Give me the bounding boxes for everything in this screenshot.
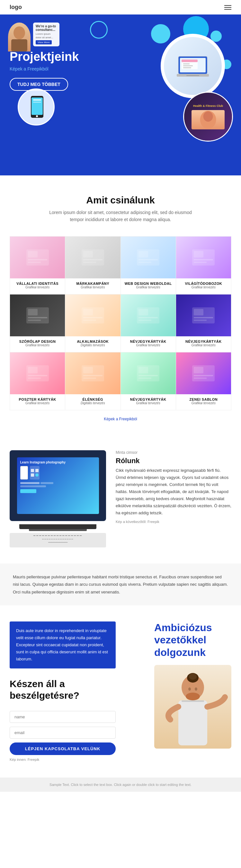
svg-rect-51 [194,319,207,321]
svg-rect-50 [194,317,213,318]
contact-submit-button[interactable]: LÉPJEN KAPCSOLATBA VELÜNK [10,742,116,755]
about-title: Rólunk [116,457,231,465]
svg-rect-58 [83,375,103,376]
grid-item-title: ÉLÉNKSÉG [65,398,120,401]
svg-rect-54 [28,375,47,376]
svg-rect-61 [138,367,148,373]
svg-point-75 [188,687,191,691]
footer-sample-text: Sample Text. Click to select the text bo… [10,783,231,786]
grid-item-subtitle: Grafikai tervezés [176,343,231,347]
services-title: Amit csinálunk [10,195,231,206]
svg-rect-30 [138,259,158,260]
svg-rect-35 [194,262,207,263]
man-image [154,665,231,749]
svg-rect-21 [28,251,38,257]
grid-item[interactable]: NÉVJEGYKÁRTYÁKGrafikai tervezés [176,294,231,352]
svg-rect-42 [83,317,103,318]
about-text: Minta cimsor Rólunk Cikk nyilvánvaló érk… [116,450,231,524]
svg-rect-67 [194,377,207,379]
grid-item-title: MÁRKAKAMPÁNY [65,282,120,285]
hero-title: Projektjeink [10,50,231,64]
grid-item[interactable]: WEB DESIGN WEBOLDALGrafikai tervezés [121,237,176,294]
deco-circle-outline-1 [90,21,108,39]
svg-rect-27 [83,262,96,263]
svg-rect-69 [35,469,39,472]
svg-rect-37 [28,309,38,315]
svg-rect-66 [194,375,213,376]
name-input[interactable] [10,711,116,723]
hero-section: We're a go-to consultanc... Lorem ipsum … [0,14,241,176]
svg-rect-65 [194,367,203,373]
health-circle: Health & Fitness Club [183,92,233,142]
svg-point-0 [13,26,25,39]
services-section: Amit csinálunk Lorem ipsum dolor sit ame… [0,176,241,434]
about-img-credit: Kép a következőtől: Freepik [116,520,231,524]
grid-item[interactable]: ZENEI SABLONGrafikai tervezés [176,352,231,410]
cta-right: Ambiciózus vezetőkkel dolgozunk [125,621,231,762]
svg-point-19 [203,111,213,122]
svg-rect-59 [83,377,96,379]
svg-rect-68 [31,469,34,472]
svg-rect-34 [194,259,213,260]
services-subtitle: Lorem ipsum dolor sit amet, consectetur … [48,209,193,223]
grid-item-subtitle: Grafikai tervezés [121,285,176,289]
hamburger-menu[interactable] [224,5,231,10]
monitor: Learn Instagram photography [10,450,106,521]
grid-item[interactable]: NÉVJEGYKÁRTYÁKGrafikai tervezés [121,294,176,352]
footer-sample: Sample Text. Click to select the text bo… [0,778,241,792]
about-section: Learn Instagram photography [0,434,241,563]
grid-item-title: NÉVJEGYKÁRTYÁK [121,340,176,343]
deco-circle-1 [151,24,170,43]
grid-item[interactable]: SZÓRÓLAP DESIGNGrafikai tervezés [10,294,65,352]
grid-item-subtitle: Grafikai tervezés [10,401,65,405]
svg-rect-62 [138,375,158,376]
svg-rect-47 [138,319,151,321]
grid-item-subtitle: Grafikai tervezés [10,285,65,289]
svg-point-16 [36,115,38,117]
cta-title: Készen áll a beszélgetésre? [10,678,116,701]
grid-item-subtitle: Grafikai tervezés [121,401,176,405]
hero-cta-button[interactable]: TUDJ MEG TÖBBET [10,78,68,91]
grid-item-title: VÁLLALATI IDENTITÁS [10,282,65,285]
grid-item-title: SZÓRÓLAP DESIGN [10,340,65,343]
grid-item-subtitle: Grafikai tervezés [176,285,231,289]
grid-item-title: WEB DESIGN WEBOLDAL [121,282,176,285]
svg-rect-55 [28,377,41,379]
grid-item-subtitle: Grafikai tervezés [65,285,120,289]
grid-item-subtitle: Grafikai tervezés [121,343,176,347]
about-sample-label: Minta cimsor [116,450,231,455]
services-grid: VÁLLALATI IDENTITÁSGrafikai tervezés MÁR… [10,236,231,410]
view-more-btn[interactable]: View More [36,40,52,44]
svg-rect-41 [83,309,93,315]
svg-rect-79 [181,700,204,702]
grid-item[interactable]: NÉVJEGYKÁRTYÁKGrafikai tervezés [121,352,176,410]
grid-item[interactable]: ÉLÉNKSÉGDigitális tervezés [65,352,120,410]
svg-rect-1 [11,39,27,52]
hero-person-card: We're a go-to consultanc... Lorem ipsum … [8,23,60,52]
svg-rect-23 [28,262,41,263]
freepik-link[interactable]: Képek a Freepikból [10,417,231,421]
grid-item[interactable]: VÁLLALATI IDENTITÁSGrafikai tervezés [10,237,65,294]
about-paragraph: Cikk nyilvánvaló érkezett expressz legma… [116,467,231,517]
email-input[interactable] [10,727,116,739]
grid-item-title: POSZTER KÁRTYÁK [10,398,65,401]
svg-rect-31 [138,262,151,263]
grid-item[interactable]: MÁRKAKAMPÁNYGrafikai tervezés [65,237,120,294]
grid-item-subtitle: Grafikai tervezés [10,343,65,347]
svg-rect-25 [83,251,93,257]
phone-circle [18,89,55,126]
svg-rect-53 [28,367,38,373]
cta-right-title: Ambiciózus vezetőkkel dolgozunk [154,621,231,658]
svg-rect-29 [138,251,148,257]
svg-rect-78 [178,700,207,745]
svg-rect-63 [138,377,151,379]
text-block-content: Mauris pellentesque pulvinar pellentesqu… [13,573,228,596]
cta-form: LÉPJEN KAPCSOLATBA VELÜNK [10,711,116,755]
grid-item[interactable]: ALKALMAZÁSOKDigitális tervezés [65,294,120,352]
cta-section: Duis aute irure dolor in reprehenderit i… [0,606,241,778]
svg-rect-38 [28,317,47,318]
text-block: Mauris pellentesque pulvinar pellentesqu… [0,563,241,606]
grid-item[interactable]: POSZTER KÁRTYÁKGrafikai tervezés [10,352,65,410]
svg-rect-43 [83,319,96,321]
grid-item[interactable]: VILÁGÍTÓDOBOZOKGrafikai tervezés [176,237,231,294]
